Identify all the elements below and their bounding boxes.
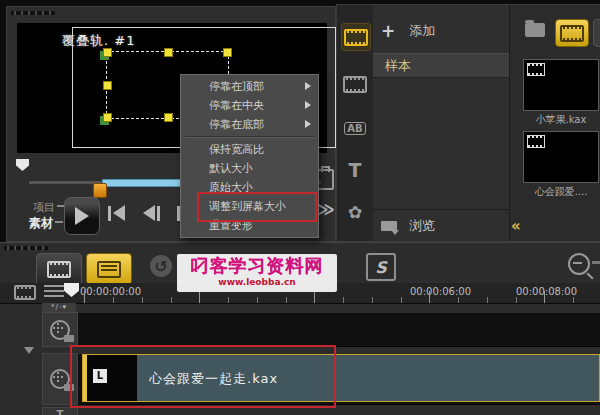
play-button[interactable] xyxy=(64,197,100,235)
overlay-track-icon xyxy=(50,369,70,389)
video-file-icon xyxy=(527,135,545,148)
transition-icon[interactable] xyxy=(341,71,369,97)
library-panel: AB T ✿ + 添加 样本 浏览 小苹果.kax xyxy=(336,4,600,242)
track-manager-icon[interactable] xyxy=(14,285,36,300)
divider xyxy=(373,209,509,210)
clip-mode-label[interactable]: 素材 xyxy=(29,215,53,232)
menu-item-label: 停靠在底部 xyxy=(209,118,264,131)
mode-tie xyxy=(55,221,63,223)
submenu-arrow-icon xyxy=(305,120,311,128)
library-category-rail: AB T ✿ xyxy=(337,5,374,241)
submenu-arrow-icon xyxy=(305,82,311,90)
panel-grip xyxy=(11,11,55,15)
title-track-header[interactable]: T xyxy=(42,407,78,415)
library-item-name: 小苹果.kax xyxy=(515,113,600,127)
enlarge-chevron-icon[interactable]: ≫ xyxy=(317,199,335,219)
home-button[interactable] xyxy=(108,205,125,221)
submenu-arrow-icon xyxy=(305,101,311,109)
resize-handle-top-left[interactable] xyxy=(103,48,112,57)
thumbnail-view-button[interactable] xyxy=(555,19,589,47)
video-track-icon xyxy=(50,320,70,340)
timeline-view-button[interactable] xyxy=(86,253,132,285)
home-icon xyxy=(108,206,111,221)
library-category-sample[interactable]: 样本 xyxy=(373,53,509,78)
panel-grip xyxy=(4,246,48,250)
menu-item-label: 停靠在顶部 xyxy=(209,80,264,93)
category-label: 样本 xyxy=(385,57,411,75)
overlay-track-text[interactable]: 覆叠轨. #1 xyxy=(62,32,135,50)
selected-range-bar[interactable] xyxy=(102,179,190,187)
project-mode-label[interactable]: 项目 xyxy=(33,200,55,215)
menu-item-dock-top[interactable]: 停靠在顶部 xyxy=(181,77,318,96)
add-label: 添加 xyxy=(409,22,435,40)
undo-icon[interactable]: ↺ xyxy=(150,255,172,277)
resize-handle-bottom-left[interactable] xyxy=(103,113,112,122)
annotation-box-menu-item xyxy=(197,192,317,222)
track-tab-strip[interactable]: */-▾ xyxy=(42,303,76,312)
menu-item-label: 保持宽高比 xyxy=(209,143,264,156)
library-list-column: + 添加 样本 浏览 xyxy=(373,5,510,241)
add-folder-row[interactable]: + 添加 xyxy=(381,21,435,41)
library-item-name: 心会跟爱.... xyxy=(515,185,600,199)
timeline-zoom-slider[interactable] xyxy=(592,261,600,264)
browse-row[interactable]: 浏览 xyxy=(381,217,435,235)
trim-start-handle[interactable] xyxy=(16,159,29,171)
video-track-header[interactable] xyxy=(42,312,78,347)
sound-mixer-icon[interactable]: S xyxy=(366,253,396,281)
menu-item-dock-bottom[interactable]: 停靠在底部 xyxy=(181,115,318,134)
play-icon xyxy=(75,207,89,225)
expand-tracks-icon[interactable] xyxy=(24,347,34,354)
graphics-icon[interactable]: ✿ xyxy=(341,199,369,225)
ruler-label: 00:00:08:00 xyxy=(516,286,577,297)
resize-handle-mid-left[interactable] xyxy=(103,81,112,90)
wave-glyph: S xyxy=(375,258,387,277)
previous-frame-icon xyxy=(143,205,155,221)
ruler-label: 00:00:00:00 xyxy=(80,286,141,297)
resize-handle-top-right[interactable] xyxy=(223,48,232,57)
menu-item-label: 停靠在中央 xyxy=(209,99,264,112)
menu-separator xyxy=(185,136,314,138)
text-tool-icon[interactable]: T xyxy=(341,157,369,183)
menu-item-dock-center[interactable]: 停靠在中央 xyxy=(181,96,318,115)
zoom-out-icon[interactable] xyxy=(568,253,590,275)
annotation-box-clip xyxy=(70,345,336,408)
watermark: 叼客学习资料网 www.leobba.cn xyxy=(177,254,337,292)
title-ab-icon[interactable]: AB xyxy=(341,115,369,141)
previous-frame-icon xyxy=(157,206,160,221)
home-icon xyxy=(113,205,125,221)
library-item-thumbnail[interactable] xyxy=(523,131,599,183)
browse-label: 浏览 xyxy=(409,217,435,235)
ruler-label: 00:00:06:00 xyxy=(410,286,471,297)
resize-handle-bottom-mid[interactable] xyxy=(164,113,173,122)
menu-item-keep-aspect-ratio[interactable]: 保持宽高比 xyxy=(181,140,318,159)
library-item-thumbnail[interactable] xyxy=(523,59,599,111)
video-track-lane[interactable] xyxy=(78,312,600,347)
split-clip-icon[interactable] xyxy=(317,169,334,190)
browse-folder-icon xyxy=(381,221,397,231)
folder-up-icon[interactable] xyxy=(525,23,545,37)
track-list-icon[interactable] xyxy=(44,285,64,299)
watermark-url: www.leobba.cn xyxy=(177,278,337,287)
resize-handle-top-mid[interactable] xyxy=(164,48,173,57)
library-content-column: 小苹果.kax 心会跟爱.... « xyxy=(509,5,600,241)
collapse-panel-button[interactable]: « xyxy=(511,217,521,235)
plus-icon: + xyxy=(381,21,395,41)
playhead-scrubber[interactable] xyxy=(93,183,107,198)
list-view-button[interactable] xyxy=(593,19,600,47)
previous-frame-button[interactable] xyxy=(143,205,160,221)
watermark-title: 叼客学习资料网 xyxy=(177,254,337,278)
menu-item-label: 默认大小 xyxy=(209,162,253,175)
media-library-icon[interactable] xyxy=(341,23,371,51)
storyboard-view-button[interactable] xyxy=(36,253,82,285)
video-file-icon xyxy=(527,63,545,76)
menu-item-default-size[interactable]: 默认大小 xyxy=(181,159,318,178)
undo-glyph: ↺ xyxy=(154,257,167,276)
videostudio-app: 覆叠轨. #1 项目 素材 xyxy=(0,0,600,415)
